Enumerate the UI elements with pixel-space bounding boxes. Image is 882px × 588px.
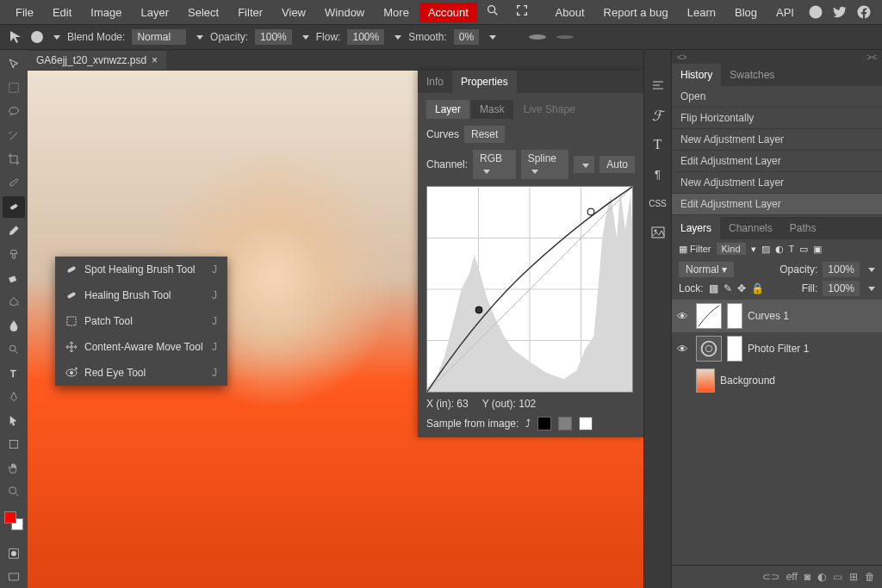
sample-white[interactable] — [579, 417, 593, 430]
fg-color-swatch[interactable] — [4, 511, 16, 523]
delete-layer-icon[interactable]: 🗑 — [865, 571, 875, 583]
filter-kind[interactable]: Kind — [717, 243, 746, 255]
tab-paths[interactable]: Paths — [781, 217, 825, 239]
dodge-tool[interactable] — [3, 338, 25, 361]
layer-thumb[interactable] — [696, 368, 715, 393]
twitter-icon[interactable] — [832, 4, 848, 20]
layer-mask-thumb[interactable] — [727, 303, 742, 329]
move-tool[interactable] — [3, 53, 25, 76]
fill-value[interactable]: 100% — [823, 281, 860, 296]
filter-caret[interactable]: ▾ — [751, 244, 756, 255]
lasso-tool[interactable] — [3, 101, 25, 123]
panel-collapse-bar[interactable]: <>>< — [672, 50, 882, 64]
auto-button[interactable]: Auto — [599, 156, 635, 173]
image-icon[interactable] — [648, 222, 668, 243]
layer-opacity-value[interactable]: 100% — [823, 262, 860, 277]
clone-tool[interactable] — [3, 244, 25, 266]
menu-blog[interactable]: Blog — [726, 3, 766, 22]
brush-tool[interactable] — [3, 220, 25, 242]
menu-learn[interactable]: Learn — [679, 3, 724, 22]
curves-graph[interactable] — [426, 186, 633, 393]
path-select-tool[interactable] — [3, 410, 25, 432]
flow-caret-icon[interactable] — [394, 35, 401, 40]
history-item[interactable]: Edit Adjustment Layer — [672, 151, 882, 172]
smooth-value[interactable]: 0% — [454, 29, 479, 45]
filter-smart-icon[interactable]: ▣ — [813, 244, 822, 255]
layer-mask-icon[interactable]: ◙ — [804, 571, 811, 583]
align-icon[interactable] — [648, 76, 668, 96]
layer-visibility-icon[interactable]: 👁 — [677, 343, 691, 356]
spline-extra-caret[interactable] — [574, 156, 594, 173]
fullscreen-icon[interactable] — [508, 0, 536, 24]
history-item[interactable]: New Adjustment Layer — [672, 129, 882, 151]
reset-button[interactable]: Reset — [464, 126, 505, 143]
eraser-tool[interactable] — [3, 267, 25, 289]
flow-value[interactable]: 100% — [347, 29, 384, 45]
flyout-healing-brush[interactable]: Healing Brush Tool J — [55, 282, 227, 308]
css-icon[interactable]: CSS — [648, 193, 668, 214]
menu-select[interactable]: Select — [179, 3, 227, 22]
sample-gray[interactable] — [558, 417, 572, 430]
layer-effects-icon[interactable]: eff — [786, 571, 798, 583]
subtab-liveshape[interactable]: Live Shape — [515, 100, 584, 119]
brush-stroke2-icon[interactable] — [555, 33, 575, 41]
flyout-red-eye[interactable]: Red Eye Tool J — [55, 360, 227, 386]
flyout-patch[interactable]: Patch Tool J — [55, 308, 227, 334]
glyph-icon[interactable]: ¶ — [648, 164, 668, 184]
search-icon[interactable] — [479, 0, 506, 24]
hand-tool[interactable] — [3, 457, 25, 480]
subtab-layer[interactable]: Layer — [426, 100, 469, 119]
filter-shape-icon[interactable]: ▭ — [799, 244, 808, 255]
screenmode-tool[interactable] — [3, 566, 25, 588]
layer-thumb[interactable] — [696, 303, 722, 329]
menu-image[interactable]: Image — [82, 3, 130, 22]
link-layers-icon[interactable]: ⊂⊃ — [762, 571, 780, 583]
history-item[interactable]: New Adjustment Layer — [672, 172, 882, 194]
lock-paint-icon[interactable]: ✎ — [724, 282, 732, 294]
bucket-tool[interactable] — [3, 291, 25, 313]
character-icon[interactable]: ℱ — [648, 105, 668, 126]
smooth-caret-icon[interactable] — [489, 35, 496, 40]
y-out-value[interactable]: 102 — [519, 398, 536, 410]
file-tab-close[interactable]: × — [152, 54, 158, 66]
menu-report-bug[interactable]: Report a bug — [595, 3, 677, 22]
menu-edit[interactable]: Edit — [44, 3, 80, 22]
menu-view[interactable]: View — [273, 3, 314, 22]
history-item[interactable]: Flip Horizontally — [672, 108, 882, 129]
tab-layers[interactable]: Layers — [672, 217, 720, 239]
layer-opacity-caret[interactable] — [868, 268, 875, 272]
sample-eyedropper-icon[interactable]: ⤴ — [525, 418, 531, 430]
marquee-tool[interactable] — [3, 77, 25, 100]
menu-account[interactable]: Account — [419, 3, 477, 22]
layer-background[interactable]: 👁 Background — [672, 365, 882, 396]
blend-caret-icon[interactable] — [196, 35, 203, 40]
file-tab[interactable]: GA6ejj_t20_xvnwzz.psd × — [28, 51, 166, 70]
eyedropper-tool[interactable] — [3, 172, 25, 195]
color-swatches[interactable] — [4, 511, 23, 530]
menu-filter[interactable]: Filter — [229, 3, 271, 22]
spline-select[interactable]: Spline — [521, 150, 569, 179]
lock-move-icon[interactable]: ✥ — [737, 282, 746, 294]
curve-point-2[interactable] — [587, 207, 595, 215]
brush-caret-icon[interactable] — [53, 35, 60, 40]
facebook-icon[interactable] — [856, 4, 872, 20]
menu-file[interactable]: File — [7, 3, 42, 22]
paragraph-icon[interactable]: T — [648, 134, 668, 155]
brush-preview-icon[interactable] — [31, 31, 43, 43]
pen-tool[interactable] — [3, 386, 25, 408]
wand-tool[interactable] — [3, 125, 25, 147]
menu-about[interactable]: About — [547, 3, 593, 22]
curve-point-1[interactable] — [475, 306, 482, 313]
lock-all-icon[interactable]: 🔒 — [751, 282, 764, 294]
type-tool[interactable]: T — [3, 362, 25, 385]
flyout-content-aware-move[interactable]: Content-Aware Move Tool J — [55, 334, 227, 360]
filter-adjust-icon[interactable]: ◐ — [775, 244, 784, 255]
healing-brush-tool[interactable] — [3, 196, 25, 219]
lock-trans-icon[interactable]: ▩ — [709, 282, 718, 294]
crop-tool[interactable] — [3, 148, 25, 170]
tab-channels[interactable]: Channels — [720, 217, 781, 239]
opacity-value[interactable]: 100% — [255, 29, 292, 45]
brush-stroke1-icon[interactable] — [527, 33, 548, 41]
tab-properties[interactable]: Properties — [452, 71, 517, 93]
layer-thumb[interactable] — [696, 336, 722, 362]
